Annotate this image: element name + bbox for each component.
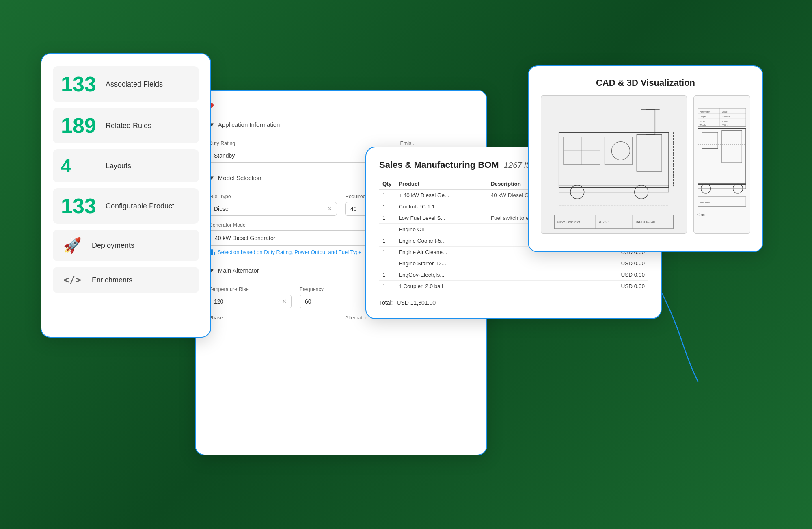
svg-rect-8 <box>559 185 669 192</box>
bom-row-6: 1Engine Starter-12...USD 0.00 <box>379 258 648 269</box>
stat-label-enrichments: Enrichments <box>92 276 132 284</box>
svg-text:Parameter: Parameter <box>700 111 710 113</box>
svg-rect-22 <box>722 130 742 163</box>
svg-text:CAT-GEN-040: CAT-GEN-040 <box>635 220 655 224</box>
bom-cell-qty-1: 1 <box>379 201 395 212</box>
stat-associated-fields[interactable]: 133 Associated Fields <box>53 66 199 102</box>
bom-cell-product-0: + 40 kW Diesel Ge... <box>395 190 488 201</box>
stat-label-layouts: Layouts <box>106 162 131 170</box>
bom-cell-list-7: USD 0.00 <box>577 269 648 281</box>
svg-text:40kW Generator: 40kW Generator <box>557 220 580 224</box>
duty-rating-value: Standby <box>214 152 383 159</box>
stat-configurable-product[interactable]: 133 Configurable Product <box>53 188 199 224</box>
bom-row-7: 1EngGov-Electr,Is...USD 0.00 <box>379 269 648 281</box>
stat-deployments[interactable]: 🚀 Deployments <box>53 230 199 261</box>
temp-rise-value: 120 <box>214 298 283 305</box>
svg-rect-21 <box>702 132 718 148</box>
stat-label-configurable-product: Configurable Product <box>106 202 174 210</box>
fuel-type-input[interactable]: Diesel × <box>209 202 337 216</box>
stat-related-rules[interactable]: 189 Related Rules <box>53 108 199 143</box>
section-label-alternator: Main Alternator <box>218 267 259 274</box>
fuel-type-group: Fuel Type Diesel × <box>209 194 337 216</box>
col-qty: Qty <box>379 178 395 190</box>
bom-title: Sales & Manufacturing BOM <box>379 160 499 170</box>
svg-text:Side View: Side View <box>700 201 710 204</box>
bom-row-8: 11 Coupler, 2.0 ballUSD 0.00 <box>379 281 648 292</box>
stat-number-related-rules: 189 <box>61 115 97 136</box>
bom-cell-product-3: Engine Oil <box>395 224 488 235</box>
svg-text:Length: Length <box>700 115 706 118</box>
bom-cell-qty-7: 1 <box>379 269 395 281</box>
fuel-type-clear-button[interactable]: × <box>328 206 332 212</box>
bom-cell-desc-7 <box>488 269 577 281</box>
svg-text:2200mm: 2200mm <box>722 115 731 118</box>
bom-cell-product-8: 1 Coupler, 2.0 ball <box>395 281 488 292</box>
stat-number-configurable-product: 133 <box>61 195 97 217</box>
bom-cell-product-1: Control-PC 1.1 <box>395 201 488 212</box>
cad-drawings: 40kW Generator REV 2.1 CAT-GEN-040 <box>541 95 750 234</box>
stats-card: 133 Associated Fields 189 Related Rules … <box>41 53 211 338</box>
phase-group: Phase <box>209 315 337 323</box>
bom-cell-qty-3: 1 <box>379 224 395 235</box>
duty-rating-group: Duty Rating Standby × <box>209 141 392 163</box>
svg-text:Value: Value <box>722 111 727 113</box>
stat-number-layouts: 4 <box>61 156 97 175</box>
bom-total: Total: USD 11,301.00 <box>379 299 648 306</box>
fuel-type-value: Diesel <box>214 206 328 212</box>
col-product: Product <box>395 178 488 190</box>
temp-rise-label: Temperature Rise <box>209 286 292 292</box>
svg-rect-2 <box>605 137 632 165</box>
stat-number-associated-fields: 133 <box>61 74 97 95</box>
svg-text:REV 2.1: REV 2.1 <box>598 220 610 224</box>
stat-label-associated-fields: Associated Fields <box>106 80 163 89</box>
frequency-value: 60 <box>305 298 374 305</box>
cad-title: CAD & 3D Visualization <box>541 78 750 88</box>
temp-rise-input[interactable]: 120 × <box>209 295 292 308</box>
cad-card: CAD & 3D Visualization <box>528 65 763 252</box>
svg-rect-3 <box>637 135 662 171</box>
svg-text:850kg: 850kg <box>722 124 728 126</box>
bom-total-value: USD 11,301.00 <box>397 299 436 306</box>
cad-side-drawing: Side View Parameter Value Length 2200mm … <box>693 95 750 234</box>
bom-cell-qty-6: 1 <box>379 258 395 269</box>
bom-cell-product-7: EngGov-Electr,Is... <box>395 269 488 281</box>
bom-total-label: Total: <box>379 299 393 306</box>
stat-label-deployments: Deployments <box>92 241 134 250</box>
stat-layouts[interactable]: 4 Layouts <box>53 149 199 182</box>
emissions-label: Emis... <box>400 141 473 146</box>
bom-cell-qty-4: 1 <box>379 235 395 247</box>
section-label-model: Model Selection <box>218 174 261 181</box>
temp-rise-group: Temperature Rise 120 × <box>209 286 292 308</box>
duty-rating-input[interactable]: Standby × <box>209 149 392 163</box>
scene: 133 Associated Fields 189 Related Rules … <box>41 41 771 488</box>
bom-cell-qty-2: 1 <box>379 212 395 224</box>
bom-cell-desc-6 <box>488 258 577 269</box>
svg-point-11 <box>611 142 630 160</box>
stat-enrichments[interactable]: </> Enrichments <box>53 267 199 293</box>
cad-main-drawing: 40kW Generator REV 2.1 CAT-GEN-040 <box>541 95 687 234</box>
cad-svg-main: 40kW Generator REV 2.1 CAT-GEN-040 <box>541 96 687 233</box>
section-label-app-info: Application Information <box>218 121 280 128</box>
svg-text:900mm: 900mm <box>722 120 730 123</box>
temp-rise-clear-button[interactable]: × <box>283 298 286 305</box>
rocket-icon: 🚀 <box>61 237 84 254</box>
bom-cell-product-6: Engine Starter-12... <box>395 258 488 269</box>
bom-cell-product-5: Engine Air Cleane... <box>395 247 488 258</box>
svg-text:Weight: Weight <box>700 124 706 126</box>
section-application-information[interactable]: ▼ Application Information <box>209 116 473 133</box>
bom-cell-qty-0: 1 <box>379 190 395 201</box>
bom-cell-list-6: USD 0.00 <box>577 258 648 269</box>
svg-rect-4 <box>646 110 655 135</box>
duty-rating-label: Duty Rating <box>209 141 392 146</box>
stat-label-related-rules: Related Rules <box>106 121 151 130</box>
code-icon: </> <box>61 274 84 286</box>
cad-overlay-text: Ons <box>697 212 705 217</box>
phase-label: Phase <box>209 315 337 321</box>
fuel-type-label: Fuel Type <box>209 194 337 199</box>
bom-cell-product-2: Low Fuel Level S... <box>395 212 488 224</box>
bom-cell-qty-5: 1 <box>379 247 395 258</box>
svg-rect-25 <box>698 183 746 189</box>
bom-cell-qty-8: 1 <box>379 281 395 292</box>
selection-hint-text: Selection based on Duty Rating, Power Ou… <box>218 249 362 255</box>
bom-cell-list-8: USD 0.00 <box>577 281 648 292</box>
